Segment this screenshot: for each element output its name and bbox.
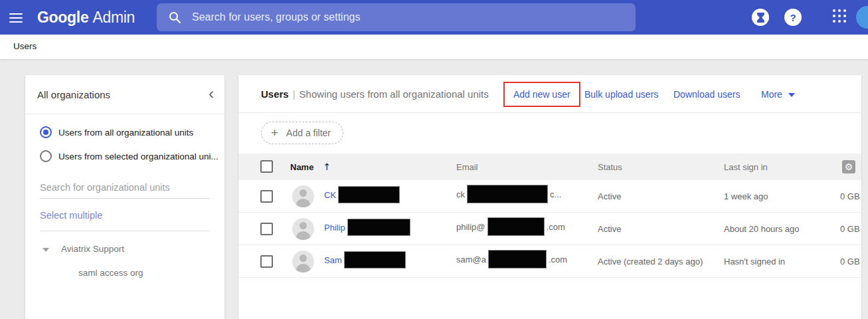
organizations-panel-header: All organizations ‹: [25, 75, 224, 114]
user-status: Active: [598, 224, 621, 234]
redaction-box: [488, 250, 547, 268]
email-suffix: c...: [550, 189, 561, 199]
trial-hourglass-icon[interactable]: [752, 9, 769, 26]
sort-ascending-icon[interactable]: ↑: [323, 161, 331, 172]
app-logo: GoogleAdmin: [37, 0, 135, 35]
user-avatar-icon: [292, 218, 314, 240]
brand-google: Google: [37, 9, 88, 26]
radio-selected-org-units-label: Users from selected organizational uni..…: [58, 152, 218, 161]
column-settings-gear-icon[interactable]: ⚙: [842, 160, 855, 173]
user-email-storage: 0 GB: [840, 257, 860, 266]
collapse-panel-icon[interactable]: ‹: [209, 84, 214, 103]
select-all-checkbox[interactable]: [260, 160, 273, 173]
name-header-label: Name: [290, 162, 313, 172]
account-avatar[interactable]: [856, 6, 868, 29]
row-checkbox[interactable]: [260, 223, 273, 235]
radio-unselected-icon[interactable]: [40, 150, 52, 162]
table-row: Sam sam@a.com Active (created 2 days ago…: [238, 245, 861, 278]
user-email: ckc...: [456, 187, 561, 203]
user-email-storage: 0 GB: [840, 224, 860, 234]
users-panel: Users|Showing users from all organizatio…: [238, 75, 861, 319]
top-app-bar: GoogleAdmin ?: [0, 0, 868, 35]
help-icon[interactable]: ?: [784, 9, 802, 26]
radio-selected-icon[interactable]: [40, 126, 52, 138]
org-units-search-input[interactable]: [40, 179, 209, 199]
breadcrumb-bar: Users: [0, 35, 868, 59]
admin-console-screen: GoogleAdmin ? Users All organizations ‹ …: [0, 0, 868, 319]
email-suffix: .com: [547, 222, 565, 232]
user-name-link[interactable]: CK: [324, 188, 402, 203]
users-panel-header: Users|Showing users from all organizatio…: [238, 75, 861, 113]
redaction-box: [338, 186, 400, 203]
name-text: CK: [324, 190, 336, 200]
user-name-link[interactable]: Sam: [324, 253, 408, 268]
user-email: philip@.com: [456, 220, 565, 236]
more-menu-button[interactable]: More: [761, 89, 795, 100]
more-label: More: [761, 89, 782, 100]
row-checkbox[interactable]: [260, 255, 273, 268]
email-prefix: philip@: [456, 222, 485, 232]
table-row: Philip philip@.com Active About 20 hours…: [238, 213, 861, 245]
annotation-highlight-box: Add new user: [503, 82, 580, 107]
org-tree-root-item[interactable]: Aviatrix Support: [25, 243, 224, 257]
user-name-link[interactable]: Philip: [324, 221, 412, 236]
redaction-box: [487, 217, 545, 236]
users-panel-title: Users|Showing users from all organizatio…: [261, 88, 489, 100]
table-header-row: Name↑ Email Status Last sign in ⚙: [238, 154, 861, 180]
search-icon: [168, 11, 181, 24]
download-users-link[interactable]: Download users: [673, 89, 740, 100]
user-email: sam@a.com: [456, 253, 567, 268]
sidebar-divider: [40, 231, 209, 231]
panel-title-text: Users: [261, 88, 289, 100]
table-row: CK ckc... Active 1 week ago 0 GB: [238, 180, 861, 213]
redaction-box: [347, 219, 410, 236]
user-email-storage: 0 GB: [840, 191, 860, 201]
user-avatar-icon: [292, 185, 314, 207]
bulk-upload-users-link[interactable]: Bulk upload users: [584, 89, 658, 100]
column-header-last-sign-in[interactable]: Last sign in: [724, 162, 768, 172]
help-glyph: ?: [790, 12, 796, 23]
apps-grid-icon[interactable]: [833, 9, 849, 25]
add-filter-button[interactable]: + Add a filter: [261, 122, 343, 144]
column-header-status[interactable]: Status: [598, 162, 622, 172]
user-status: Active (created 2 days ago): [598, 257, 703, 266]
brand-admin: Admin: [92, 9, 135, 26]
breadcrumb[interactable]: Users: [13, 41, 37, 51]
title-separator: |: [289, 88, 300, 100]
email-suffix: .com: [549, 255, 567, 265]
user-last-sign-in: Hasn't signed in: [724, 257, 785, 266]
name-text: Sam: [324, 255, 342, 265]
global-search-input[interactable]: [192, 11, 636, 23]
user-last-sign-in: 1 week ago: [724, 191, 768, 201]
chevron-down-icon: [788, 93, 795, 97]
email-prefix: sam@a: [456, 255, 486, 265]
name-text: Philip: [324, 223, 345, 233]
redaction-box: [344, 251, 406, 268]
column-header-email[interactable]: Email: [456, 162, 478, 172]
column-header-name[interactable]: Name↑: [290, 161, 331, 172]
email-prefix: ck: [456, 189, 465, 199]
panel-subtitle-text: Showing users from all organizational un…: [300, 88, 489, 100]
add-filter-label: Add a filter: [286, 128, 331, 138]
redaction-box: [467, 185, 548, 203]
add-new-user-link[interactable]: Add new user: [513, 89, 570, 100]
select-multiple-link[interactable]: Select multiple: [40, 210, 102, 221]
user-avatar-icon: [292, 251, 314, 272]
org-tree-child-item[interactable]: saml access org: [78, 268, 143, 278]
radio-all-org-units[interactable]: Users from all organizational units: [40, 126, 193, 139]
organizations-panel: All organizations ‹ Users from all organ…: [25, 75, 224, 319]
menu-icon[interactable]: [9, 11, 24, 24]
radio-selected-org-units[interactable]: Users from selected organizational uni..…: [40, 150, 218, 163]
expand-triangle-icon[interactable]: [43, 248, 49, 252]
row-checkbox[interactable]: [260, 190, 273, 203]
org-tree-root-label: Aviatrix Support: [61, 244, 124, 254]
user-last-sign-in: About 20 hours ago: [724, 224, 799, 234]
radio-all-org-units-label: Users from all organizational units: [58, 128, 193, 138]
user-status: Active: [598, 191, 621, 201]
organizations-title: All organizations: [37, 89, 110, 100]
global-search-bar[interactable]: [157, 3, 636, 31]
plus-icon: +: [271, 126, 278, 140]
